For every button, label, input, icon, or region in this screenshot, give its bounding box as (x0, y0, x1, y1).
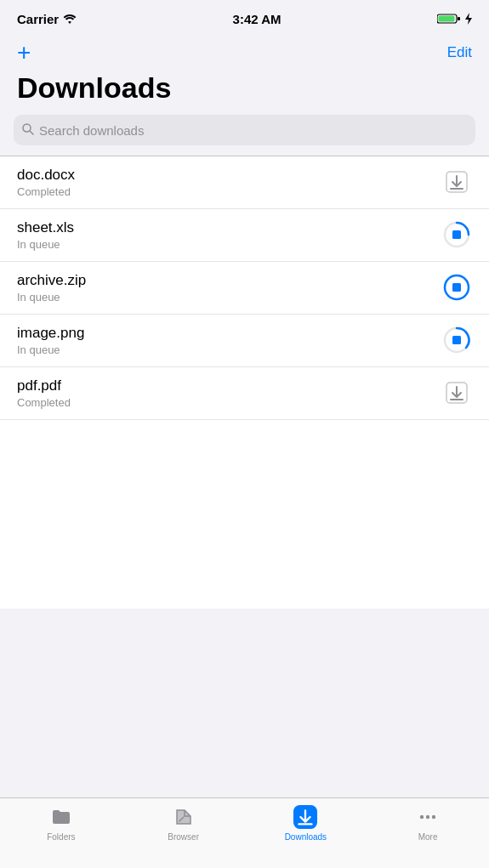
svg-marker-3 (465, 13, 472, 25)
svg-rect-12 (452, 336, 461, 344)
item-status: In queue (17, 238, 74, 251)
search-bar-container[interactable] (14, 115, 475, 145)
tab-bar: Folders Browser Downloads More (0, 797, 489, 868)
svg-rect-1 (438, 16, 454, 22)
item-status: In queue (17, 291, 86, 304)
tab-browser[interactable]: Browser (122, 805, 245, 842)
in-queue-icon (442, 220, 471, 249)
more-tab-icon (416, 805, 440, 829)
in-queue-icon (442, 273, 471, 302)
more-tab-label: More (418, 832, 438, 842)
page-title: Downloads (17, 71, 472, 105)
item-text: sheet.xls In queue (17, 219, 74, 251)
item-name: pdf.pdf (17, 377, 71, 394)
svg-point-16 (426, 815, 429, 819)
nav-bar: + Edit (0, 37, 489, 71)
item-action-icon[interactable] (441, 325, 472, 355)
folders-tab-label: Folders (47, 832, 75, 842)
empty-space (0, 609, 489, 797)
item-action-icon[interactable] (441, 377, 472, 408)
status-right (437, 13, 472, 25)
search-section (0, 115, 489, 156)
svg-rect-8 (452, 230, 461, 239)
page-title-section: Downloads (0, 71, 489, 115)
item-text: image.png In queue (17, 325, 84, 356)
item-name: sheet.xls (17, 219, 74, 236)
svg-point-17 (432, 815, 435, 819)
add-button[interactable]: + (17, 41, 31, 65)
item-text: doc.docx Completed (17, 167, 75, 198)
svg-point-15 (420, 815, 424, 819)
in-queue-icon (442, 326, 471, 355)
tab-downloads[interactable]: Downloads (245, 805, 367, 842)
downloads-tab-label: Downloads (285, 832, 327, 842)
list-item[interactable]: doc.docx Completed (0, 156, 489, 209)
carrier-text: Carrier (17, 12, 77, 26)
item-status: Completed (17, 396, 71, 409)
item-text: pdf.pdf Completed (17, 377, 71, 409)
item-action-icon[interactable] (441, 219, 472, 250)
downloads-tab-icon (293, 805, 317, 829)
downloads-list: doc.docx Completed sheet.xls In queue ar… (0, 156, 489, 609)
item-status: Completed (17, 185, 75, 198)
item-name: archive.zip (17, 272, 86, 289)
edit-button[interactable]: Edit (447, 44, 472, 61)
status-bar: Carrier 3:42 AM (0, 0, 489, 37)
tab-folders[interactable]: Folders (0, 805, 122, 842)
folders-tab-icon (49, 805, 73, 829)
svg-line-5 (30, 131, 33, 134)
item-name: doc.docx (17, 167, 75, 184)
battery-icon (437, 13, 461, 25)
list-item[interactable]: sheet.xls In queue (0, 209, 489, 262)
browser-tab-label: Browser (168, 832, 199, 842)
item-status: In queue (17, 343, 84, 356)
svg-point-4 (23, 124, 31, 132)
svg-rect-2 (458, 17, 460, 20)
search-icon (22, 123, 34, 138)
item-text: archive.zip In queue (17, 272, 86, 304)
list-item[interactable]: pdf.pdf Completed (0, 367, 489, 420)
charging-icon (465, 13, 472, 25)
status-time: 3:42 AM (233, 12, 281, 26)
browser-tab-icon (172, 805, 196, 829)
wifi-icon (63, 14, 77, 24)
download-complete-icon (444, 169, 469, 195)
item-name: image.png (17, 325, 84, 342)
item-action-icon[interactable] (441, 167, 472, 197)
tab-more[interactable]: More (367, 805, 489, 842)
search-input[interactable] (39, 123, 467, 138)
svg-rect-10 (452, 283, 461, 292)
item-action-icon[interactable] (441, 272, 472, 303)
download-complete-icon (444, 380, 469, 406)
list-item[interactable]: image.png In queue (0, 315, 489, 367)
list-item[interactable]: archive.zip In queue (0, 262, 489, 315)
